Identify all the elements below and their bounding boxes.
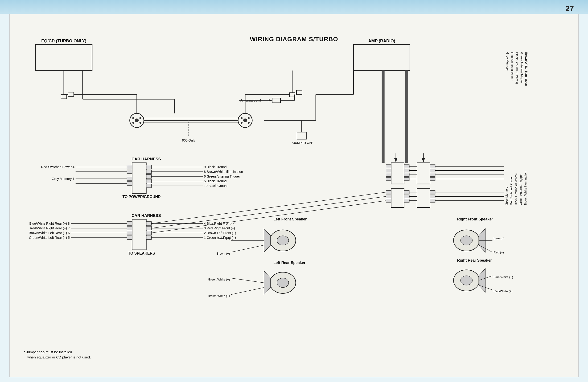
- svg-text:AMP (RADIO): AMP (RADIO): [368, 39, 395, 43]
- svg-text:Green (−): Green (−): [217, 237, 230, 240]
- svg-text:EQ/CD (TURBO ONLY): EQ/CD (TURBO ONLY): [41, 39, 86, 43]
- svg-text:2 Brown Left Front (+): 2 Brown Left Front (+): [204, 231, 236, 235]
- svg-text:Left Rear Speaker: Left Rear Speaker: [273, 261, 305, 265]
- svg-text:Blue (−): Blue (−): [493, 237, 504, 240]
- svg-rect-56: [146, 179, 151, 183]
- svg-text:Left Front Speaker: Left Front Speaker: [273, 217, 307, 221]
- svg-rect-108: [404, 169, 409, 172]
- svg-text:CAR HARNESS: CAR HARNESS: [131, 213, 161, 218]
- svg-rect-182: [405, 70, 408, 163]
- svg-text:8 Brown/White Illumination: 8 Brown/White Illumination: [204, 170, 243, 174]
- svg-rect-112: [430, 165, 435, 168]
- svg-point-13: [135, 119, 139, 122]
- svg-text:Grey Memory: Grey Memory: [505, 186, 508, 205]
- svg-text:Brown/White (+): Brown/White (+): [208, 294, 230, 298]
- svg-text:Brown/White Illumination: Brown/White Illumination: [524, 171, 527, 205]
- svg-rect-102: [391, 163, 404, 184]
- svg-text:TO SPEAKERS: TO SPEAKERS: [128, 251, 155, 255]
- svg-point-21: [248, 117, 250, 119]
- svg-text:* Jumper cap must be installed: * Jumper cap must be installed: [24, 350, 72, 354]
- svg-rect-77: [127, 221, 132, 225]
- svg-rect-53: [146, 165, 151, 169]
- svg-line-172: [151, 196, 386, 228]
- svg-rect-121: [386, 191, 391, 194]
- svg-point-20: [241, 117, 243, 119]
- svg-text:9 Black Ground: 9 Black Ground: [204, 165, 227, 169]
- svg-rect-113: [430, 169, 435, 172]
- svg-rect-122: [386, 195, 391, 198]
- svg-rect-114: [430, 173, 435, 176]
- svg-rect-50: [127, 170, 132, 174]
- svg-text:Brown (+): Brown (+): [217, 252, 230, 255]
- svg-rect-125: [404, 195, 409, 198]
- svg-text:TO POWER/GROUND: TO POWER/GROUND: [123, 195, 161, 199]
- svg-rect-107: [404, 165, 409, 168]
- svg-rect-1: [36, 45, 92, 71]
- svg-rect-106: [386, 177, 391, 181]
- svg-text:Brown/White Left Rear (+) 6: Brown/White Left Rear (+) 6: [29, 231, 70, 235]
- svg-text:Red/White (+): Red/White (+): [493, 289, 512, 293]
- svg-rect-181: [382, 70, 385, 163]
- svg-line-155: [231, 288, 264, 295]
- svg-rect-54: [146, 170, 151, 174]
- svg-rect-111: [417, 163, 430, 184]
- svg-rect-128: [430, 191, 435, 194]
- svg-text:10 Black Ground: 10 Black Ground: [204, 184, 228, 188]
- svg-marker-116: [394, 158, 398, 162]
- svg-line-162: [479, 245, 492, 252]
- svg-text:Right Front Speaker: Right Front Speaker: [457, 217, 493, 221]
- svg-point-159: [461, 236, 472, 245]
- svg-point-152: [277, 278, 289, 288]
- svg-text:*JUMPER CAP: *JUMPER CAP: [292, 141, 313, 145]
- svg-rect-83: [146, 231, 151, 235]
- svg-text:3 Red Right Front (+): 3 Red Right Front (+): [204, 226, 235, 230]
- svg-line-148: [231, 245, 264, 252]
- svg-line-171: [151, 192, 386, 223]
- svg-text:Right Rear Speaker: Right Rear Speaker: [457, 258, 492, 262]
- svg-line-153: [231, 278, 264, 283]
- svg-marker-118: [422, 158, 425, 162]
- svg-rect-123: [386, 199, 391, 202]
- svg-text:900 Only: 900 Only: [182, 139, 195, 142]
- page-background: WIRING DIAGRAM S/TURBO EQ/CD (TURBO ONLY…: [9, 14, 579, 377]
- svg-rect-105: [386, 173, 391, 176]
- svg-rect-49: [127, 165, 132, 169]
- svg-rect-103: [386, 165, 391, 168]
- svg-text:CAR HARNESS: CAR HARNESS: [131, 157, 161, 161]
- svg-rect-79: [127, 231, 132, 235]
- svg-text:Black Ground (3 Wires): Black Ground (3 Wires): [514, 173, 518, 205]
- svg-rect-80: [127, 236, 132, 240]
- svg-line-173: [151, 201, 386, 233]
- svg-text:Green Antenna Trigger: Green Antenna Trigger: [519, 174, 523, 205]
- svg-rect-52: [127, 181, 132, 185]
- svg-text:Grey Memory 1: Grey Memory 1: [52, 177, 74, 181]
- svg-rect-51: [127, 177, 132, 181]
- svg-rect-127: [417, 189, 430, 207]
- svg-rect-8: [61, 94, 67, 99]
- svg-point-23: [248, 122, 250, 124]
- svg-text:Black Ground (3 Wires): Black Ground (3 Wires): [515, 52, 519, 84]
- svg-rect-130: [430, 199, 435, 202]
- svg-text:when equalizer or CD player is: when equalizer or CD player is not used.: [27, 355, 91, 359]
- svg-text:Green/White Left Rear (−) 5: Green/White Left Rear (−) 5: [29, 236, 70, 240]
- svg-rect-120: [391, 189, 404, 207]
- svg-point-14: [132, 117, 134, 119]
- svg-text:Red/White Right Rear (+) 7: Red/White Right Rear (+) 7: [30, 226, 70, 230]
- svg-text:Grey Memory: Grey Memory: [506, 52, 509, 71]
- svg-rect-48: [132, 163, 146, 193]
- svg-rect-36: [289, 93, 295, 97]
- svg-text:Red Switched Power 4: Red Switched Power 4: [41, 165, 74, 169]
- svg-rect-37: [296, 90, 302, 94]
- svg-rect-78: [127, 226, 132, 230]
- svg-point-17: [140, 122, 141, 124]
- svg-rect-9: [68, 92, 74, 96]
- svg-text:Red (+): Red (+): [493, 251, 504, 254]
- svg-text:Blue/White Right Rear (−) 8: Blue/White Right Rear (−) 8: [29, 221, 70, 225]
- svg-rect-3: [354, 45, 410, 71]
- svg-text:Green/White (−): Green/White (−): [208, 278, 230, 281]
- page-number: 27: [565, 4, 574, 13]
- svg-rect-44: [297, 132, 306, 139]
- svg-rect-109: [404, 173, 409, 176]
- svg-rect-129: [430, 195, 435, 198]
- svg-text:5 Black Ground: 5 Black Ground: [204, 179, 227, 183]
